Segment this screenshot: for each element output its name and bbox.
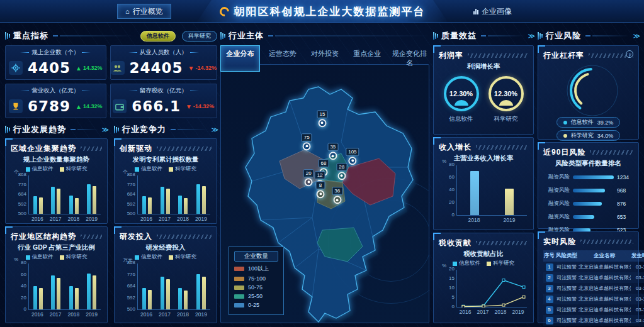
bar xyxy=(166,279,170,309)
map-legend-item: 100以上 xyxy=(234,265,278,273)
y-axis-unit: % xyxy=(14,257,18,262)
bar xyxy=(178,196,182,214)
bar xyxy=(93,186,96,214)
x-tick: 2016 xyxy=(140,311,152,318)
bar xyxy=(202,186,206,214)
y-tick: 500 xyxy=(120,211,135,216)
map-marker[interactable]: 20 xyxy=(303,169,314,186)
tag-science-research[interactable]: 科学研究 xyxy=(182,31,217,42)
profit-gauge: 12.30%信息软件 xyxy=(444,76,479,123)
tag-info-software[interactable]: 信息软件 xyxy=(140,31,176,42)
y-tick: 0 xyxy=(439,212,455,218)
legend-item: 信息软件 xyxy=(26,253,54,261)
risk-rank-row: 融资风险1234 xyxy=(543,174,633,181)
map-legend-item: 25-50 xyxy=(234,293,278,299)
tax-chart: 税收贡献占比信息软件科学研究05101520%2016201720182019 xyxy=(439,250,528,315)
map-marker[interactable]: 105 xyxy=(346,148,359,165)
x-tick: 2017 xyxy=(477,309,489,315)
bar xyxy=(161,277,164,309)
marker-count: 68 xyxy=(319,159,329,167)
y-tick: 592 xyxy=(120,295,135,301)
map-marker[interactable]: 28 xyxy=(336,163,347,180)
y-tick: 592 xyxy=(11,201,26,207)
panel-risk-90d: 近90日风险 风险类型事件数量排名 融资风险1234融资风险968融资风险876… xyxy=(538,142,639,229)
panel-profit-rate-title: 利润率 xyxy=(439,50,463,61)
tab-重点企业[interactable]: 重点企业 xyxy=(347,45,387,72)
map-marker[interactable]: 15 xyxy=(317,110,328,127)
tab-对外投资[interactable]: 对外投资 xyxy=(305,45,344,72)
stat-card-title: 留存税收（亿元） xyxy=(140,87,188,95)
hatch-decoration xyxy=(468,53,528,58)
realtime-risk-table: 序号风险类型企业名称发生时间 1司法预警北京启迪卓越科技有限公司03-162司法… xyxy=(543,250,644,327)
x-tick: 2016 xyxy=(31,311,43,318)
tab-规企变化排名[interactable]: 规企变化排名 xyxy=(390,45,429,72)
stat-value: 4405 xyxy=(28,60,71,76)
table-row[interactable]: 3司法预警北京启迪卓越科技有限公司03-16 xyxy=(543,283,644,294)
table-row[interactable]: 5司法预警北京启迪卓越科技有限公司03-16 xyxy=(543,304,644,315)
bar xyxy=(75,288,79,309)
x-tick: 2016 xyxy=(31,216,43,222)
x-tick: 2017 xyxy=(50,216,62,222)
platform-logo-icon xyxy=(217,4,230,18)
map-marker[interactable]: 36 xyxy=(332,187,342,204)
tab-运营态势[interactable]: 运营态势 xyxy=(263,45,302,72)
bar-chart-icon xyxy=(473,9,478,14)
more-arrows-icon[interactable]: ≫ xyxy=(211,126,217,134)
hatch-decoration xyxy=(81,235,102,239)
nav-industry-overview[interactable]: ⌂ 行业概览 xyxy=(117,4,171,19)
legend-item: 信息软件 xyxy=(453,260,480,267)
section-marker-icon xyxy=(114,126,119,133)
hatch-decoration xyxy=(157,235,212,239)
panel-agglomeration: 区域企业集聚趋势 规上企业数量集聚趋势信息软件科学研究5005926847768… xyxy=(5,138,108,224)
y-tick: 0 xyxy=(439,304,455,309)
page-title: 朝阳区科创规上企业大数据监测平台 xyxy=(234,4,426,19)
gauge-label: 信息软件 xyxy=(449,115,473,123)
stat-value: 6789 xyxy=(28,98,71,114)
tab-企业分布[interactable]: 企业分布 xyxy=(220,45,260,72)
panel-agglomeration-title: 区域企业集聚趋势 xyxy=(11,143,76,154)
table-row[interactable]: 4司法预警北京启迪卓越科技有限公司03-16 xyxy=(543,294,644,304)
down-arrow-icon: ▼ xyxy=(186,103,192,110)
more-arrows-icon[interactable]: ≫ xyxy=(633,32,639,40)
bar xyxy=(166,189,170,214)
nav-enterprise-portrait[interactable]: 企业画像 xyxy=(466,4,519,19)
bar xyxy=(148,290,152,309)
section-marker-icon xyxy=(5,126,10,133)
bar xyxy=(196,184,200,214)
bar xyxy=(87,274,91,309)
pin-icon xyxy=(329,152,337,160)
y-tick: 776 xyxy=(11,182,26,187)
up-arrow-icon: ▲ xyxy=(76,103,82,110)
map-marker[interactable]: 35 xyxy=(327,143,338,160)
x-tick: 2018 xyxy=(177,216,189,222)
bar xyxy=(39,197,43,214)
panel-rnd-title: 研发投入 xyxy=(120,231,152,242)
pin-icon xyxy=(333,196,341,204)
bar xyxy=(57,189,60,214)
marker-count: 105 xyxy=(346,148,359,156)
panel-profit-rate: 利润率 利润增长率 12.30%信息软件12.30%科学研究 xyxy=(433,45,534,135)
bar xyxy=(93,275,96,309)
map-marker[interactable]: 8 xyxy=(316,181,325,198)
hatch-decoration xyxy=(157,147,212,151)
more-arrows-icon[interactable]: ≫ xyxy=(528,32,534,40)
panel-innovation-title: 创新驱动 xyxy=(120,143,152,154)
legend-item: 科学研究 xyxy=(60,253,88,261)
info-icon[interactable]: i xyxy=(626,50,633,58)
more-arrows-icon[interactable]: ≫ xyxy=(101,126,108,134)
table-row[interactable]: 1司法预警北京启迪卓越科技有限公司03-16 xyxy=(543,262,644,272)
table-row[interactable]: 2司法预警北京启迪卓越科技有限公司03-16 xyxy=(543,272,644,283)
bar xyxy=(51,275,55,309)
y-tick: 40 xyxy=(11,283,26,289)
table-row[interactable]: 6司法预警北京启迪卓越科技有限公司03-16 xyxy=(543,315,644,326)
panel-gdp-share-title: 行业地区结构趋势 xyxy=(11,231,76,242)
risk-rank-bars: 融资风险1234融资风险968融资风险876融资风险653融资风险523 xyxy=(543,174,633,234)
section-marker-icon xyxy=(538,32,543,40)
section-risk-header: 行业风险 ≫ xyxy=(538,30,639,42)
hatch-decoration xyxy=(476,241,528,245)
legend-item: 信息软件 xyxy=(135,165,162,173)
hatch-decoration xyxy=(590,150,633,155)
patents-chart: 发明专利累计授权数量信息软件科学研究500592684776868个201620… xyxy=(120,155,212,222)
nav-enterprise-portrait-label: 企业画像 xyxy=(482,6,512,17)
map-marker[interactable]: 75 xyxy=(302,133,312,150)
